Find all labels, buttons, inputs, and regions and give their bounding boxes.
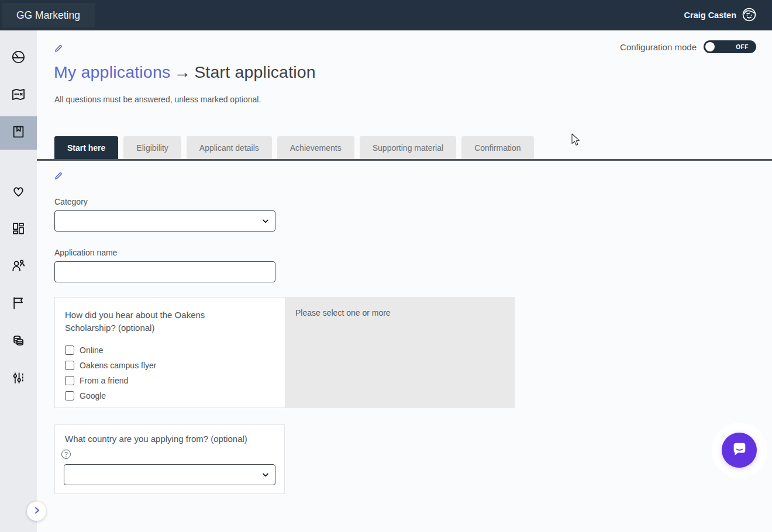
mouse-cursor: [571, 133, 581, 149]
checkbox-row-campus-flyer[interactable]: Oakens campus flyer: [65, 358, 273, 373]
hear-about-question: How did you hear about the Oakens Schola…: [65, 309, 237, 334]
hear-about-helper-panel: Please select one or more: [285, 297, 515, 408]
map-icon: [11, 87, 26, 105]
chevron-right-icon: [33, 506, 41, 517]
country-select-wrap: [64, 464, 275, 485]
category-select-wrap: [54, 210, 275, 232]
tab-confirmation[interactable]: Confirmation: [461, 136, 533, 160]
tab-supporting-material[interactable]: Supporting material: [360, 136, 456, 160]
sidebar: [0, 30, 37, 532]
tab-start-here[interactable]: Start here: [54, 136, 118, 160]
sidebar-item-clock[interactable]: [0, 42, 37, 75]
page-title-text: Start application: [194, 63, 316, 81]
configuration-mode-toggle[interactable]: OFF: [704, 40, 756, 53]
grid-icon: [11, 220, 26, 239]
chat-bubble-icon: [730, 440, 748, 460]
heart-icon: [11, 183, 26, 201]
users-icon: [11, 258, 26, 276]
google-label[interactable]: Google: [80, 391, 106, 400]
chat-launcher-button[interactable]: [722, 433, 757, 468]
user-name: Craig Casten: [684, 11, 736, 20]
sidebar-item-dashboard[interactable]: [0, 213, 37, 246]
toggle-state-label: OFF: [736, 44, 749, 50]
coins-icon: [11, 333, 26, 351]
breadcrumb-my-applications[interactable]: My applications: [54, 63, 170, 81]
sidebar-item-applications[interactable]: [0, 116, 37, 150]
sliders-icon: [11, 370, 26, 388]
country-select[interactable]: [64, 464, 275, 485]
tab-eligibility[interactable]: Eligibility: [123, 136, 181, 160]
sidebar-item-favorites[interactable]: [0, 175, 37, 209]
pencil-icon: [54, 172, 64, 182]
category-select[interactable]: [54, 210, 275, 232]
app-brand: GG Marketing: [2, 3, 95, 27]
toggle-knob: [705, 42, 715, 51]
from-friend-label[interactable]: From a friend: [80, 376, 128, 385]
flag-icon: [11, 295, 26, 313]
sidebar-expand-button[interactable]: [27, 502, 46, 521]
avatar-icon: [742, 7, 757, 24]
google-checkbox[interactable]: [65, 391, 74, 400]
hear-about-card: How did you hear about the Oakens Schola…: [54, 297, 515, 408]
help-icon[interactable]: ?: [61, 450, 71, 459]
online-label[interactable]: Online: [80, 346, 103, 355]
country-question: What country are you applying from? (opt…: [65, 434, 247, 444]
sidebar-item-finance[interactable]: [0, 325, 37, 358]
tab-applicant-details[interactable]: Applicant details: [187, 136, 272, 160]
page-instructions: All questions must be answered, unless m…: [54, 95, 261, 104]
book-icon: [11, 124, 26, 142]
user-menu[interactable]: Craig Casten: [684, 7, 772, 24]
sidebar-item-map[interactable]: [0, 79, 37, 112]
campus-flyer-checkbox[interactable]: [65, 361, 74, 370]
checkbox-row-from-friend[interactable]: From a friend: [65, 373, 273, 388]
edit-page-button[interactable]: [54, 43, 64, 53]
tab-separator-line: [37, 159, 772, 161]
country-card: What country are you applying from? (opt…: [54, 424, 285, 494]
sidebar-item-settings[interactable]: [0, 362, 37, 396]
checkbox-row-google[interactable]: Google: [65, 388, 273, 403]
hear-about-question-panel: How did you hear about the Oakens Schola…: [54, 297, 285, 408]
application-name-input[interactable]: [54, 261, 275, 282]
tab-bar: Start here Eligibility Applicant details…: [54, 136, 534, 160]
hear-about-options: Online Oakens campus flyer From a friend…: [65, 343, 273, 403]
sidebar-item-flags[interactable]: [0, 288, 37, 321]
edit-section-button[interactable]: [54, 171, 64, 181]
pencil-icon: [54, 45, 64, 55]
application-name-label: Application name: [54, 248, 117, 257]
online-checkbox[interactable]: [65, 346, 74, 355]
category-label: Category: [54, 197, 88, 206]
checkbox-row-online[interactable]: Online: [65, 343, 273, 358]
page-title: My applications→Start application: [54, 63, 316, 82]
sidebar-item-users[interactable]: [0, 250, 37, 284]
clock-icon: [11, 49, 26, 67]
hear-about-helper-text: Please select one or more: [295, 308, 515, 317]
top-bar: GG Marketing Craig Casten: [0, 0, 772, 30]
from-friend-checkbox[interactable]: [65, 376, 74, 385]
configuration-mode-label: Configuration mode: [620, 42, 697, 52]
tab-achievements[interactable]: Achievements: [277, 136, 354, 160]
breadcrumb-arrow: →: [170, 63, 194, 81]
campus-flyer-label[interactable]: Oakens campus flyer: [80, 361, 157, 370]
configuration-mode-control: Configuration mode OFF: [620, 40, 756, 53]
